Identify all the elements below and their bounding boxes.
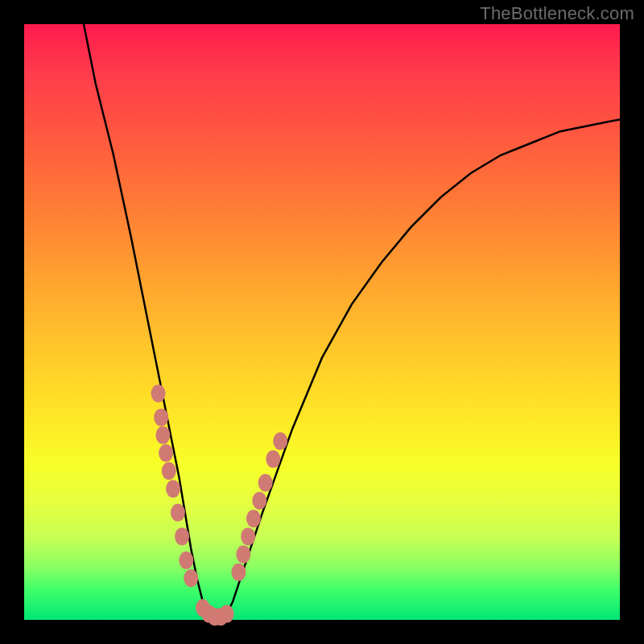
watermark-text: TheBottleneck.com bbox=[480, 3, 634, 24]
curve-marker bbox=[151, 385, 166, 402]
bottleneck-curve bbox=[84, 24, 620, 620]
curve-marker bbox=[258, 474, 273, 492]
curve-marker bbox=[246, 510, 261, 527]
plot-area bbox=[24, 24, 620, 620]
curve-marker bbox=[184, 569, 198, 587]
curve-markers bbox=[151, 385, 288, 626]
chart-svg bbox=[24, 24, 620, 620]
curve-marker bbox=[171, 504, 185, 522]
curve-marker bbox=[159, 444, 173, 462]
curve-marker bbox=[241, 527, 255, 545]
curve-marker bbox=[155, 427, 170, 444]
curve-marker bbox=[166, 480, 180, 497]
curve-marker bbox=[273, 432, 287, 450]
chart-frame: TheBottleneck.com bbox=[0, 0, 644, 644]
curve-marker bbox=[266, 450, 280, 468]
curve-marker bbox=[162, 462, 176, 480]
curve-marker bbox=[154, 408, 168, 426]
curve-marker bbox=[231, 564, 246, 581]
curve-marker bbox=[252, 492, 266, 510]
curve-marker bbox=[236, 546, 250, 564]
curve-marker bbox=[179, 551, 193, 569]
curve-marker bbox=[220, 605, 234, 623]
curve-marker bbox=[175, 527, 189, 545]
